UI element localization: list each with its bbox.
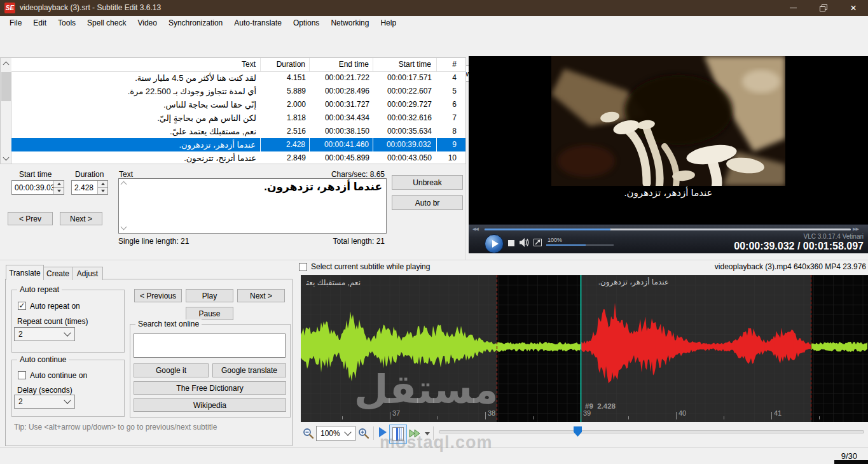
- menu-auto-translate[interactable]: Auto-translate: [228, 18, 287, 27]
- tab-translate[interactable]: Translate: [6, 265, 44, 280]
- seek-back-icon[interactable]: ◀◀: [472, 227, 478, 232]
- chevron-up-icon[interactable]: [121, 181, 127, 188]
- free-dictionary-button[interactable]: The Free Dictionary: [134, 381, 286, 395]
- start-time-spinner[interactable]: 00:00:39.032: [11, 180, 64, 195]
- unbreak-button[interactable]: Unbreak: [392, 175, 463, 190]
- tab-adjust[interactable]: Adjust: [72, 267, 103, 280]
- google-translate-button[interactable]: Google translate: [212, 363, 286, 377]
- minimize-button[interactable]: [778, 0, 808, 16]
- video-player[interactable]: عندما أزدهر، تزدهرون. ◀◀ ▶▶ 100%: [469, 56, 868, 253]
- subtitle-row[interactable]: لكن الناس هم من بحاجةٍ إليّ. 1.818 00:00…: [11, 111, 465, 125]
- scroll-up-button[interactable]: [1, 58, 11, 69]
- menu-edit[interactable]: Edit: [27, 18, 52, 27]
- split-view-icon: [392, 427, 404, 441]
- column-header-duration[interactable]: Duration: [261, 58, 310, 71]
- seek-bar[interactable]: [485, 228, 851, 230]
- next-subtitle-button[interactable]: Next >: [60, 212, 102, 225]
- repeat-count-value: 2: [18, 330, 23, 339]
- scroll-thumb[interactable]: [1, 72, 11, 101]
- wikipedia-button[interactable]: Wikipedia: [134, 398, 286, 412]
- google-it-button[interactable]: Google it: [134, 363, 209, 377]
- waveform-play-icon[interactable]: [379, 427, 387, 437]
- subtitle-row[interactable]: نعم, مستقبلك يعتمد عليّ. 2.516 00:00:38.…: [11, 125, 465, 138]
- menu-video[interactable]: Video: [132, 18, 162, 27]
- total-length: Total length: 21: [273, 237, 385, 246]
- column-header-end-time[interactable]: End time: [310, 58, 373, 71]
- prev-subtitle-button[interactable]: < Prev: [8, 212, 53, 225]
- previous-button[interactable]: < Previous: [134, 289, 182, 302]
- waveform-video-toggle-button[interactable]: [389, 425, 407, 444]
- volume-icon[interactable]: [519, 237, 530, 248]
- play-clip-button[interactable]: Play: [186, 289, 233, 302]
- video-subtitle-text: عندما أزدهر، تزدهرون.: [469, 187, 868, 199]
- list-scrollbar[interactable]: [1, 58, 12, 164]
- menu-networking[interactable]: Networking: [325, 18, 375, 27]
- play-speed-icon[interactable]: [409, 429, 423, 438]
- column-header-number[interactable]: #: [437, 58, 465, 71]
- delay-combobox[interactable]: 2: [14, 395, 75, 409]
- start-time-value: 00:00:39.032: [15, 181, 53, 194]
- volume-level: [546, 244, 586, 246]
- play-icon: [492, 240, 499, 248]
- menu-help[interactable]: Help: [375, 18, 402, 27]
- menu-bar: File Edit Tools Spell check Video Synchr…: [0, 16, 868, 30]
- divider: [0, 260, 868, 260]
- subtitle-row[interactable]: إنّي حقا لست بحاجة للناس. 2.000 00:00:31…: [11, 98, 465, 111]
- time-tick: 40: [679, 409, 686, 417]
- stop-button[interactable]: [508, 240, 514, 246]
- close-button[interactable]: ×: [839, 0, 868, 16]
- waveform-zoom-combobox[interactable]: 100%: [316, 426, 355, 441]
- repeat-count-label: Repeat count (times): [17, 317, 88, 326]
- select-current-subtitle-checkbox[interactable]: [299, 263, 307, 271]
- time-tick: 38: [488, 409, 495, 417]
- chevron-down-icon: [64, 397, 71, 404]
- fullscreen-icon[interactable]: [534, 239, 542, 246]
- pause-button[interactable]: Pause: [186, 307, 233, 320]
- chevron-down-icon: [3, 154, 10, 160]
- scroll-down-button[interactable]: [1, 153, 11, 164]
- subtitle-row-selected[interactable]: عندما أزدهر، تزدهرون. 2.428 00:00:41.460…: [11, 138, 465, 151]
- restore-button[interactable]: [809, 0, 838, 16]
- subtitle-text-editor[interactable]: عندما أزدهر، تزدهرون.: [118, 178, 387, 234]
- chevron-down-icon: [64, 329, 71, 336]
- volume-slider[interactable]: [546, 244, 614, 246]
- column-header-start-time[interactable]: Start time: [374, 58, 437, 71]
- menu-spell-check[interactable]: Spell check: [81, 18, 132, 27]
- chevron-down-icon[interactable]: [121, 224, 127, 230]
- status-counter: 9/30: [841, 451, 857, 461]
- screen-corner: [834, 460, 868, 464]
- repeat-count-combobox[interactable]: 2: [14, 327, 75, 341]
- menu-tools[interactable]: Tools: [52, 18, 81, 27]
- next-button[interactable]: Next >: [237, 289, 285, 302]
- waveform-scrollbar-thumb[interactable]: [574, 426, 582, 437]
- status-bar: 9/30: [0, 447, 868, 464]
- waveform-panel[interactable]: نعم, مستقبلك يعتمد عليّ. عندما أزدهر، تز…: [301, 275, 868, 422]
- auto-repeat-checkbox[interactable]: ✓: [18, 302, 26, 310]
- zoom-in-icon[interactable]: [358, 428, 369, 439]
- subtitle-edit-window: SE videoplayback (3).srt - Subtitle Edit…: [0, 0, 868, 464]
- select-current-subtitle-label: Select current subtitle while playing: [311, 262, 430, 271]
- column-header-text[interactable]: Text: [11, 58, 261, 71]
- auto-continue-checkbox[interactable]: [18, 371, 26, 379]
- subtitle-row[interactable]: عندما أترنح، تترنحون. 2.849 00:00:45.899…: [11, 151, 465, 165]
- play-button[interactable]: [485, 234, 504, 253]
- auto-repeat-on-label: Auto repeat on: [30, 302, 80, 311]
- waveform-scrollbar-track[interactable]: [439, 430, 864, 433]
- duration-spinner[interactable]: 2.428: [71, 180, 108, 195]
- chevron-down-icon[interactable]: [425, 432, 430, 435]
- subtitle-list: Text Duration End time Start time # لقد …: [0, 57, 466, 164]
- search-text-input[interactable]: [134, 334, 286, 358]
- tab-create[interactable]: Create: [43, 267, 72, 280]
- subtitle-row[interactable]: لقد كنت هنا لأكثر من 4.5 مليار سنة. 4.15…: [11, 71, 465, 85]
- zoom-out-icon[interactable]: [303, 428, 314, 439]
- menu-synchronization[interactable]: Synchronization: [163, 18, 228, 27]
- video-file-info: videoplayback (3).mp4 640x360 MP4 23.976: [572, 262, 866, 271]
- auto-br-button[interactable]: Auto br: [392, 195, 463, 210]
- seek-forward-icon[interactable]: ▶▶: [853, 227, 858, 232]
- subtitle-row[interactable]: أي لمدة تتجاوز وجودك بـ 22.500 مرة. 5.88…: [11, 85, 465, 98]
- app-logo-icon: SE: [4, 3, 15, 13]
- menu-file[interactable]: File: [4, 18, 27, 27]
- delay-label: Delay (seconds): [17, 386, 72, 395]
- waveform-zoom-value: 100%: [320, 429, 340, 438]
- menu-options[interactable]: Options: [287, 18, 325, 27]
